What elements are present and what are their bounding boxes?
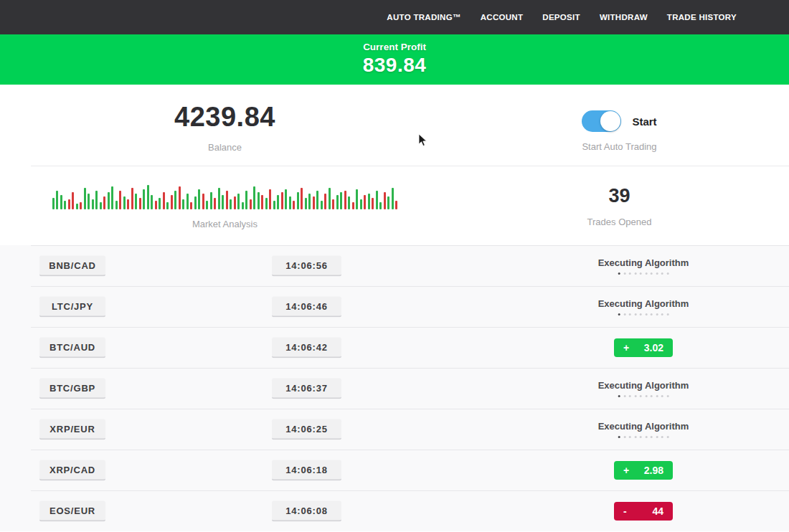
progress-dots	[598, 272, 689, 275]
chart-bar	[273, 201, 275, 209]
balance-label: Balance	[208, 142, 242, 153]
table-row: BTC/GBP 14:06:37 Executing Algorithm	[0, 368, 789, 409]
chart-bar	[159, 198, 161, 209]
pair-badge: EOS/EUR	[39, 500, 105, 521]
chart-bar	[364, 195, 366, 209]
chart-bar	[155, 201, 157, 209]
time-badge: 14:06:08	[272, 500, 341, 521]
chart-bar	[147, 185, 149, 209]
chart-bar	[190, 202, 192, 209]
pair-badge: XRP/EUR	[39, 419, 105, 440]
trade-status-cell: Executing Algorithm	[598, 421, 689, 438]
chart-bar	[222, 195, 224, 209]
chart-bar	[202, 194, 204, 209]
auto-trading-app: AUTO TRADING™ACCOUNTDEPOSITWITHDRAWTRADE…	[0, 0, 789, 532]
chart-bar	[76, 204, 78, 209]
nav-item-account[interactable]: ACCOUNT	[481, 13, 524, 22]
chart-bar	[218, 188, 220, 209]
profit-badge: +2.98	[614, 461, 673, 480]
chart-bar	[139, 198, 141, 209]
balance-block: 4239.84 Balance	[0, 102, 450, 153]
market-analysis-block: Market Analysis	[0, 182, 450, 229]
time-badge: 14:06:18	[272, 460, 341, 480]
chart-bar	[316, 191, 318, 209]
chart-bar	[135, 194, 137, 209]
balance-value: 4239.84	[174, 102, 275, 133]
chart-bar	[324, 194, 326, 209]
table-row: LTC/JPY 14:06:46 Executing Algorithm	[0, 286, 789, 327]
chart-bar	[108, 192, 110, 209]
nav-item-deposit[interactable]: DEPOSIT	[542, 13, 580, 22]
chart-bar	[230, 199, 232, 209]
chart-bar	[258, 192, 260, 209]
chart-bar	[103, 196, 105, 209]
chart-bar	[194, 196, 197, 209]
profit-badge: +3.02	[614, 338, 673, 357]
chart-bar	[245, 191, 247, 209]
table-row: XRP/CAD 14:06:18 +2.98	[0, 450, 789, 490]
chart-bar	[392, 188, 394, 209]
chart-bar	[92, 199, 94, 209]
table-row: BNB/CAD 14:06:56 Executing Algorithm	[0, 245, 789, 286]
time-badge: 14:06:37	[272, 378, 341, 399]
chart-bar	[206, 201, 208, 209]
chart-bar	[285, 189, 287, 209]
chart-bar	[95, 191, 98, 209]
chart-bar	[163, 192, 165, 209]
executing-algorithm-label: Executing Algorithm	[598, 421, 689, 432]
chart-bar	[100, 202, 102, 209]
chart-bar	[72, 192, 74, 209]
chart-bar	[305, 198, 307, 209]
market-analysis-chart	[52, 182, 398, 209]
executing-algorithm-label: Executing Algorithm	[598, 257, 689, 268]
chart-bar	[336, 195, 339, 209]
chart-bar	[360, 199, 362, 209]
toggle-start-label: Start	[632, 115, 656, 128]
chart-bar	[313, 196, 315, 209]
time-badge: 14:06:42	[272, 337, 341, 358]
chart-bar	[174, 191, 176, 209]
chart-bar	[237, 194, 240, 209]
chart-bar	[119, 191, 121, 209]
nav-item-withdraw[interactable]: WITHDRAW	[600, 13, 648, 22]
chart-bar	[297, 192, 299, 209]
pair-badge: LTC/JPY	[39, 296, 105, 317]
chart-bar	[250, 199, 252, 209]
current-profit-label: Current Profit	[0, 42, 789, 52]
pair-badge: BTC/GBP	[39, 378, 105, 399]
chart-bar	[265, 198, 268, 209]
chart-bar	[340, 192, 342, 209]
progress-dots	[598, 313, 689, 315]
chart-bar	[210, 192, 212, 209]
chart-bar	[293, 201, 295, 209]
table-row: EOS/EUR 14:06:08 -44	[0, 490, 789, 531]
trade-status-cell: +2.98	[614, 461, 673, 480]
start-auto-trading-caption: Start Auto Trading	[582, 141, 656, 152]
chart-bar	[384, 192, 386, 209]
chart-bar	[52, 198, 55, 209]
chart-bar	[387, 196, 389, 209]
chart-bar	[372, 198, 374, 209]
chart-bar	[143, 189, 145, 209]
chart-bar	[376, 191, 378, 209]
current-profit-banner: Current Profit 839.84	[0, 34, 789, 85]
chart-bar	[214, 198, 216, 209]
trade-status-cell: Executing Algorithm	[598, 380, 689, 397]
chart-bar	[329, 188, 331, 209]
start-auto-trading-toggle[interactable]	[582, 110, 621, 132]
trade-status-cell: +3.02	[614, 338, 673, 357]
chart-bar	[131, 188, 133, 209]
trades-opened-value: 39	[608, 185, 630, 207]
nav-item-trade-history[interactable]: TRADE HISTORY	[667, 13, 737, 22]
auto-trading-block: Start Start Auto Trading	[450, 102, 789, 153]
stats-section: 4239.84 Balance Start Start Auto Trading…	[0, 85, 789, 245]
chart-bar	[261, 195, 263, 209]
chart-bar	[198, 189, 200, 209]
chart-bar	[171, 195, 173, 209]
pair-badge: XRP/CAD	[39, 460, 105, 480]
nav-item-auto-trading[interactable]: AUTO TRADING™	[387, 13, 460, 22]
chart-bar	[226, 191, 228, 209]
progress-dots	[598, 436, 689, 438]
chart-bar	[352, 202, 354, 209]
chart-bar	[179, 186, 181, 209]
